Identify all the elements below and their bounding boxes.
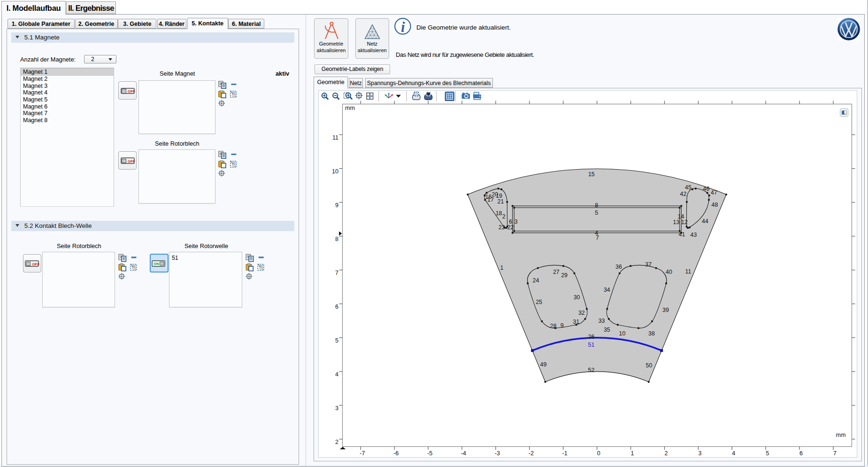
svg-text:50: 50	[646, 362, 653, 369]
svg-text:7: 7	[335, 270, 338, 276]
svg-text:25: 25	[536, 299, 542, 305]
svg-text:10: 10	[619, 330, 626, 337]
svg-text:48: 48	[712, 202, 718, 208]
svg-text:52: 52	[588, 367, 595, 374]
svg-text:41: 41	[679, 231, 685, 238]
svg-text:-2: -2	[529, 450, 534, 457]
svg-text:7: 7	[833, 450, 837, 457]
svg-text:18: 18	[496, 210, 502, 217]
svg-text:34: 34	[604, 287, 610, 293]
svg-text:21: 21	[498, 198, 504, 205]
svg-text:12: 12	[681, 219, 688, 226]
svg-text:9: 9	[561, 322, 564, 329]
svg-text:17: 17	[487, 196, 494, 203]
svg-text:44: 44	[702, 218, 708, 225]
svg-text:28: 28	[550, 323, 557, 329]
svg-text:-3: -3	[495, 450, 500, 457]
svg-text:6: 6	[799, 450, 803, 457]
svg-text:mm: mm	[345, 105, 355, 111]
svg-text:37: 37	[645, 261, 652, 268]
svg-text:8: 8	[335, 236, 338, 242]
svg-text:23: 23	[499, 224, 505, 231]
svg-text:4: 4	[335, 371, 338, 378]
svg-text:13: 13	[673, 219, 680, 226]
svg-text:40: 40	[666, 269, 672, 275]
svg-text:-4: -4	[461, 450, 466, 457]
svg-text:-6: -6	[393, 450, 399, 457]
svg-text:i: i	[401, 19, 405, 35]
svg-text:47: 47	[711, 189, 717, 196]
svg-text:3: 3	[515, 218, 518, 225]
svg-text:39: 39	[662, 307, 669, 313]
svg-text:27: 27	[553, 269, 560, 275]
svg-text:7: 7	[596, 234, 599, 241]
svg-text:26: 26	[588, 334, 595, 340]
svg-text:1: 1	[500, 265, 504, 271]
svg-text:35: 35	[604, 327, 610, 333]
svg-text:2: 2	[335, 439, 338, 445]
svg-text:1: 1	[631, 450, 634, 457]
svg-text:8: 8	[595, 202, 598, 209]
svg-text:6: 6	[509, 218, 512, 225]
svg-text:0: 0	[597, 450, 600, 457]
svg-text:-5: -5	[427, 450, 432, 457]
svg-text:29: 29	[561, 272, 568, 279]
svg-text:15: 15	[588, 171, 595, 178]
svg-text:4: 4	[732, 450, 735, 457]
svg-text:31: 31	[573, 319, 579, 325]
svg-text:32: 32	[578, 310, 585, 316]
svg-text:3: 3	[698, 450, 701, 457]
svg-text:38: 38	[648, 330, 655, 337]
svg-text:9: 9	[335, 202, 338, 209]
svg-text:5: 5	[595, 210, 598, 216]
svg-text:45: 45	[685, 184, 691, 191]
svg-text:11: 11	[685, 268, 691, 275]
svg-text:2: 2	[664, 450, 668, 457]
svg-text:mm: mm	[836, 432, 846, 438]
svg-text:24: 24	[533, 277, 539, 284]
svg-text:30: 30	[574, 294, 580, 301]
svg-text:-7: -7	[360, 450, 365, 457]
svg-text:36: 36	[615, 264, 622, 270]
svg-text:51: 51	[588, 342, 595, 348]
svg-text:5: 5	[335, 337, 338, 344]
svg-text:-1: -1	[562, 450, 568, 457]
svg-text:10: 10	[332, 168, 338, 175]
svg-text:6: 6	[335, 304, 338, 310]
svg-text:11: 11	[332, 134, 338, 141]
svg-text:43: 43	[691, 232, 697, 238]
svg-text:46: 46	[703, 186, 710, 192]
svg-text:33: 33	[599, 318, 605, 324]
svg-text:3: 3	[335, 405, 338, 412]
svg-text:42: 42	[680, 191, 687, 197]
svg-text:49: 49	[540, 361, 547, 368]
svg-text:5: 5	[766, 450, 769, 457]
svg-text:2: 2	[502, 213, 506, 220]
